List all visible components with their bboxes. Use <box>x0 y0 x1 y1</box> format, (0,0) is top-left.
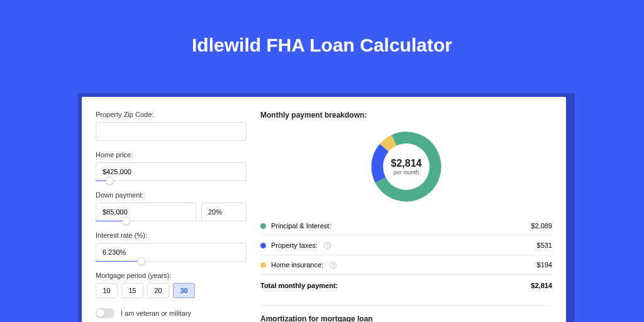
down-payment-label: Down payment: <box>96 191 247 199</box>
total-label: Total monthly payment: <box>260 282 338 289</box>
interest-field-group: Interest rate (%): <box>96 231 247 262</box>
legend-label: Property taxes: <box>271 242 318 249</box>
period-btn-30[interactable]: 30 <box>173 283 195 298</box>
legend-dot <box>260 223 266 229</box>
donut-amount: $2,814 <box>391 158 422 169</box>
veteran-label: I am veteran or military <box>121 309 191 317</box>
legend-dot <box>260 262 266 268</box>
legend-value: $531 <box>537 242 552 249</box>
legend-row: Principal & Interest:$2,089 <box>260 216 552 235</box>
total-row: Total monthly payment: $2,814 <box>260 274 552 295</box>
interest-label: Interest rate (%): <box>96 231 247 239</box>
down-payment-slider[interactable] <box>96 221 247 221</box>
down-payment-input[interactable] <box>96 203 196 221</box>
zip-field-group: Property Zip Code: <box>96 111 247 141</box>
info-icon[interactable]: ? <box>324 242 331 249</box>
period-btn-20[interactable]: 20 <box>147 283 169 298</box>
total-value: $2,814 <box>531 282 552 289</box>
legend-value: $194 <box>537 261 552 269</box>
legend-label: Home insurance: <box>271 261 323 269</box>
breakdown-title: Monthly payment breakdown: <box>260 111 552 119</box>
period-field-group: Mortgage period (years): 10152030 <box>96 272 247 298</box>
zip-label: Property Zip Code: <box>96 111 247 118</box>
interest-slider[interactable] <box>96 261 247 262</box>
info-icon[interactable]: ? <box>330 262 336 269</box>
veteran-toggle-row: I am veteran or military <box>96 308 247 318</box>
breakdown-column: Monthly payment breakdown: $2,814 per mo… <box>260 111 552 316</box>
slider-thumb[interactable] <box>106 177 114 185</box>
amortization-title: Amortization for mortgage loan <box>260 314 552 322</box>
down-payment-pct-input[interactable] <box>201 203 247 221</box>
home-price-input[interactable] <box>96 162 247 181</box>
home-price-label: Home price: <box>96 151 247 158</box>
legend-dot <box>260 243 266 248</box>
home-price-slider[interactable] <box>96 180 247 181</box>
home-price-field-group: Home price: <box>96 151 247 181</box>
slider-thumb[interactable] <box>122 217 130 225</box>
legend-label: Principal & Interest: <box>271 222 331 230</box>
donut-sub: per month <box>391 169 422 175</box>
zip-input[interactable] <box>96 122 247 141</box>
donut-chart: $2,814 per month <box>368 128 445 205</box>
period-label: Mortgage period (years): <box>96 272 247 279</box>
page-title: Idlewild FHA Loan Calculator <box>0 0 644 72</box>
calculator-card: Property Zip Code: Home price: Down paym… <box>82 97 566 322</box>
legend-value: $2,089 <box>531 222 552 230</box>
interest-input[interactable] <box>96 243 247 262</box>
donut-chart-wrap: $2,814 per month <box>260 128 552 205</box>
period-btn-15[interactable]: 15 <box>121 283 143 298</box>
down-payment-field-group: Down payment: <box>96 191 247 221</box>
legend-row: Property taxes:?$531 <box>260 235 552 255</box>
period-btn-10[interactable]: 10 <box>96 283 118 298</box>
amortization-section: Amortization for mortgage loan Amortizat… <box>260 305 552 322</box>
slider-thumb[interactable] <box>137 257 145 265</box>
form-column: Property Zip Code: Home price: Down paym… <box>96 111 247 316</box>
veteran-toggle[interactable] <box>96 308 114 318</box>
legend-row: Home insurance:?$194 <box>260 255 552 274</box>
